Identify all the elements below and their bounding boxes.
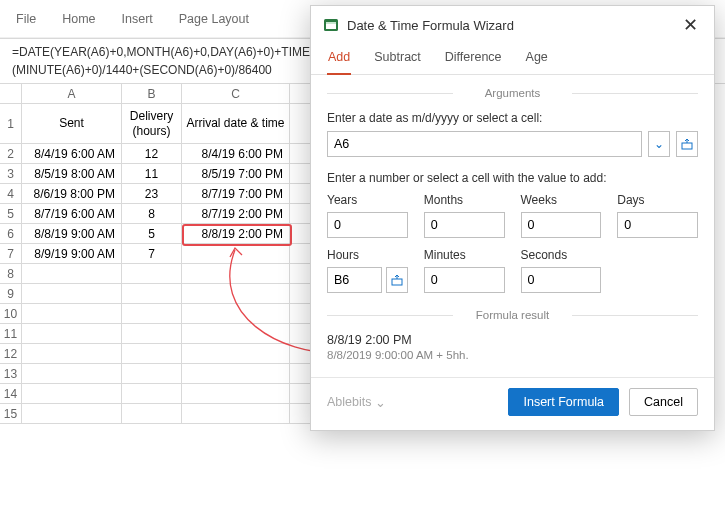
tab-add[interactable]: Add [327,42,351,74]
input-minutes[interactable] [424,267,505,293]
row-header[interactable]: 10 [0,304,22,324]
cell-delivery[interactable]: 8 [122,204,182,224]
tab-age[interactable]: Age [525,42,549,74]
input-months[interactable] [424,212,505,238]
wizard-icon [323,17,339,33]
row-header[interactable]: 1 [0,104,22,144]
row-header[interactable]: 9 [0,284,22,304]
input-hours[interactable] [327,267,382,293]
cell-arrival[interactable] [182,244,290,264]
cell[interactable] [182,264,290,284]
cell-delivery[interactable]: 12 [122,144,182,164]
cell-sent[interactable]: 8/9/19 9:00 AM [22,244,122,264]
cell[interactable] [182,304,290,324]
ribbon-tab-page-layout[interactable]: Page Layout [179,12,249,26]
cell[interactable] [182,364,290,384]
label-years: Years [327,193,408,207]
row-header[interactable]: 12 [0,344,22,364]
chevron-down-icon: ⌄ [375,395,386,410]
brand-link[interactable]: Ablebits⌄ [327,395,386,410]
cell[interactable] [122,284,182,304]
cell[interactable] [22,384,122,404]
row-header[interactable]: 13 [0,364,22,384]
row-header[interactable]: 2 [0,144,22,164]
cell[interactable] [122,364,182,384]
row-header[interactable]: 8 [0,264,22,284]
cell-sent[interactable]: 8/7/19 6:00 AM [22,204,122,224]
tab-difference[interactable]: Difference [444,42,503,74]
row-header[interactable]: 6 [0,224,22,244]
input-days[interactable] [617,212,698,238]
cell-arrival[interactable]: 8/5/19 7:00 PM [182,164,290,184]
cell[interactable] [182,284,290,304]
cell-sent[interactable]: 8/5/19 8:00 AM [22,164,122,184]
cell[interactable] [122,324,182,344]
header-arrival[interactable]: Arrival date & time [182,104,290,144]
cell[interactable] [182,404,290,424]
row-header[interactable]: 7 [0,244,22,264]
row-header[interactable]: 4 [0,184,22,204]
cell-arrival[interactable]: 8/8/19 2:00 PM [182,224,290,244]
date-input[interactable] [327,131,642,157]
select-all-corner[interactable] [0,84,22,104]
cell-delivery[interactable]: 5 [122,224,182,244]
ribbon-tab-file[interactable]: File [16,12,36,26]
row-header[interactable]: 15 [0,404,22,424]
cell-sent[interactable]: 8/6/19 8:00 PM [22,184,122,204]
svg-rect-2 [326,22,336,24]
cell[interactable] [122,344,182,364]
cell[interactable] [182,324,290,344]
row-header[interactable]: 5 [0,204,22,224]
cell[interactable] [22,344,122,364]
cell-sent[interactable]: 8/8/19 9:00 AM [22,224,122,244]
row-header[interactable]: 3 [0,164,22,184]
label-minutes: Minutes [424,248,505,262]
input-seconds[interactable] [521,267,602,293]
arguments-label: Arguments [327,87,698,99]
col-header-a[interactable]: A [22,84,122,104]
row-header[interactable]: 14 [0,384,22,404]
dialog-tabs: Add Subtract Difference Age [311,42,714,75]
cell-arrival[interactable]: 8/7/19 7:00 PM [182,184,290,204]
close-button[interactable]: ✕ [679,16,702,34]
row-header[interactable]: 11 [0,324,22,344]
input-weeks[interactable] [521,212,602,238]
ribbon-tab-home[interactable]: Home [62,12,95,26]
tab-subtract[interactable]: Subtract [373,42,422,74]
cell-arrival[interactable]: 8/7/19 2:00 PM [182,204,290,224]
cell[interactable] [122,384,182,404]
label-weeks: Weeks [521,193,602,207]
hours-ref-button[interactable] [386,267,408,293]
cell-ref-icon [681,138,693,150]
cell[interactable] [22,364,122,384]
cell[interactable] [22,304,122,324]
dialog-title: Date & Time Formula Wizard [347,18,671,33]
col-header-c[interactable]: C [182,84,290,104]
date-dropdown-button[interactable]: ⌄ [648,131,670,157]
cell[interactable] [22,404,122,424]
svg-rect-4 [392,279,402,285]
header-sent[interactable]: Sent [22,104,122,144]
ribbon-tab-insert[interactable]: Insert [122,12,153,26]
header-delivery[interactable]: Delivery (hours) [122,104,182,144]
cell[interactable] [122,404,182,424]
insert-formula-button[interactable]: Insert Formula [508,388,619,416]
input-years[interactable] [327,212,408,238]
cell[interactable] [182,384,290,404]
cell-delivery[interactable]: 11 [122,164,182,184]
cell-delivery[interactable]: 7 [122,244,182,264]
cell-sent[interactable]: 8/4/19 6:00 AM [22,144,122,164]
cell[interactable] [22,324,122,344]
cell[interactable] [122,304,182,324]
cell-arrival[interactable]: 8/4/19 6:00 PM [182,144,290,164]
number-prompt: Enter a number or select a cell with the… [327,171,698,185]
cell[interactable] [22,284,122,304]
cell[interactable] [22,264,122,284]
date-prompt: Enter a date as m/d/yyyy or select a cel… [327,111,698,125]
cancel-button[interactable]: Cancel [629,388,698,416]
col-header-b[interactable]: B [122,84,182,104]
cell-delivery[interactable]: 23 [122,184,182,204]
cell[interactable] [122,264,182,284]
date-ref-button[interactable] [676,131,698,157]
cell[interactable] [182,344,290,364]
